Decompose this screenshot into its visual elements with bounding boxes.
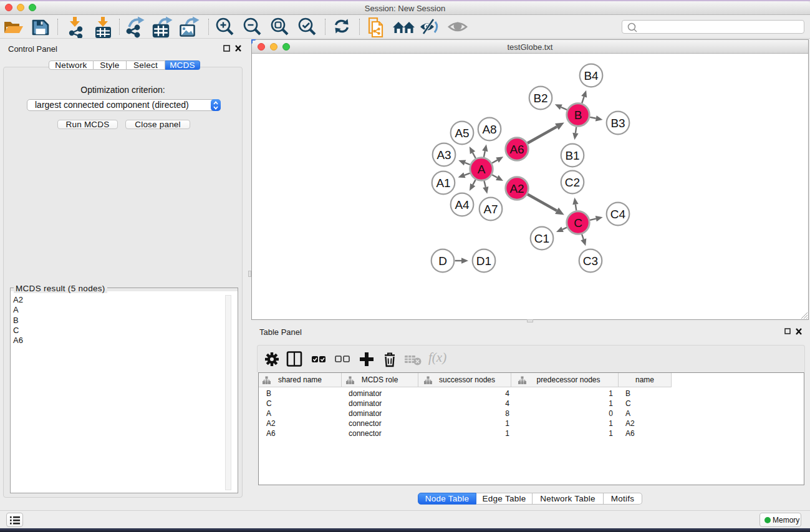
svg-text:A5: A5 <box>455 127 469 140</box>
svg-text:A3: A3 <box>436 148 451 162</box>
svg-text:C: C <box>574 216 582 230</box>
svg-text:A7: A7 <box>483 203 498 216</box>
svg-text:A4: A4 <box>455 198 470 211</box>
svg-text:C3: C3 <box>583 254 598 268</box>
svg-text:B2: B2 <box>533 92 547 105</box>
svg-text:B1: B1 <box>565 149 579 162</box>
svg-text:D: D <box>438 254 447 268</box>
svg-text:B3: B3 <box>610 117 625 130</box>
svg-text:A6: A6 <box>509 143 524 156</box>
svg-text:A: A <box>478 163 486 176</box>
svg-text:D1: D1 <box>476 254 491 268</box>
svg-text:C2: C2 <box>565 176 580 189</box>
svg-text:B4: B4 <box>584 69 599 82</box>
svg-text:A8: A8 <box>482 123 496 136</box>
svg-text:C4: C4 <box>610 208 626 221</box>
svg-text:A2: A2 <box>509 182 524 195</box>
svg-text:C1: C1 <box>534 232 549 245</box>
svg-text:B: B <box>574 109 582 122</box>
svg-text:A1: A1 <box>436 177 450 190</box>
